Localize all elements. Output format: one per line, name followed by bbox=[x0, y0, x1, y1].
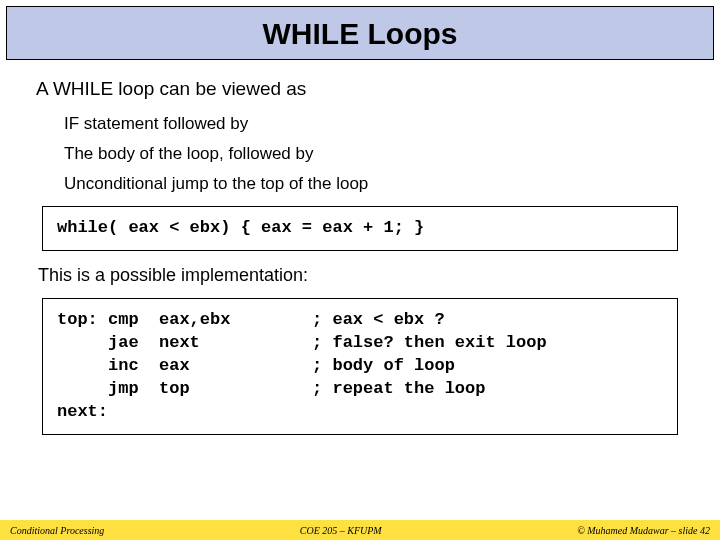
bullet-item: The body of the loop, followed by bbox=[64, 144, 684, 164]
bullet-item: IF statement followed by bbox=[64, 114, 684, 134]
footer-bar: Conditional Processing COE 205 – KFUPM ©… bbox=[0, 520, 720, 540]
slide: WHILE Loops A WHILE loop can be viewed a… bbox=[0, 0, 720, 540]
slide-title: WHILE Loops bbox=[7, 17, 713, 51]
implementation-text: This is a possible implementation: bbox=[38, 265, 684, 286]
code-box-asm: top: cmp eax,ebx ; eax < ebx ? jae next … bbox=[42, 298, 678, 435]
bullet-item: Unconditional jump to the top of the loo… bbox=[64, 174, 684, 194]
slide-content: A WHILE loop can be viewed as IF stateme… bbox=[6, 60, 714, 540]
lead-text: A WHILE loop can be viewed as bbox=[36, 78, 684, 100]
code-box-c: while( eax < ebx) { eax = eax + 1; } bbox=[42, 206, 678, 251]
title-bar: WHILE Loops bbox=[6, 6, 714, 60]
footer-center: COE 205 – KFUPM bbox=[104, 525, 577, 536]
footer-left: Conditional Processing bbox=[10, 525, 104, 536]
footer-right: © Muhamed Mudawar – slide 42 bbox=[577, 525, 710, 536]
